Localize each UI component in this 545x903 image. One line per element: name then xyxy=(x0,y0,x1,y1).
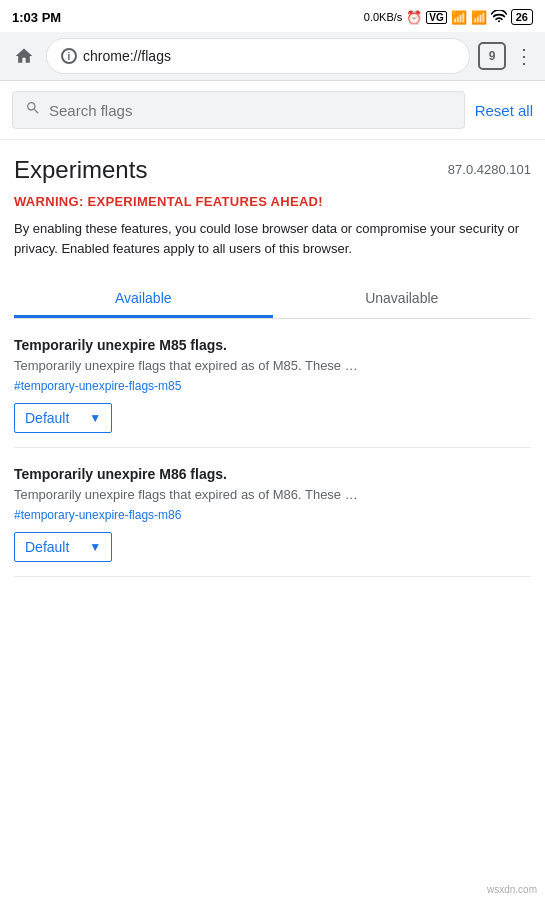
status-time: 1:03 PM xyxy=(12,10,61,25)
flag-item-m86: Temporarily unexpire M86 flags. Temporar… xyxy=(14,448,531,577)
status-right: 0.0KB/s ⏰ VG 📶 📶 26 xyxy=(364,9,533,25)
reset-all-button[interactable]: Reset all xyxy=(475,102,533,119)
watermark: wsxdn.com xyxy=(487,884,537,895)
signal-bars2-icon: 📶 xyxy=(471,10,487,25)
search-bar-area: Reset all xyxy=(0,81,545,140)
wifi-icon xyxy=(491,10,507,24)
experiments-title: Experiments xyxy=(14,156,147,184)
search-input[interactable] xyxy=(49,102,452,119)
flag-title-m86: Temporarily unexpire M86 flags. xyxy=(14,466,531,482)
tab-unavailable[interactable]: Unavailable xyxy=(273,278,532,318)
search-input-wrap[interactable] xyxy=(12,91,465,129)
flag-description-m86: Temporarily unexpire flags that expired … xyxy=(14,486,531,504)
flag-link-m86[interactable]: #temporary-unexpire-flags-m86 xyxy=(14,508,531,522)
flag-dropdown-arrow-m86: ▼ xyxy=(89,540,101,554)
flag-title-m85: Temporarily unexpire M85 flags. xyxy=(14,337,531,353)
svg-point-0 xyxy=(498,20,500,22)
tabs-container: Available Unavailable xyxy=(14,278,531,319)
battery-indicator: 26 xyxy=(511,9,533,25)
experiments-header: Experiments 87.0.4280.101 xyxy=(14,156,531,184)
search-icon xyxy=(25,100,41,120)
status-bar: 1:03 PM 0.0KB/s ⏰ VG 📶 📶 26 xyxy=(0,0,545,32)
flag-dropdown-value-m86: Default xyxy=(25,539,69,555)
flag-item-m85: Temporarily unexpire M85 flags. Temporar… xyxy=(14,319,531,448)
flag-link-m85[interactable]: #temporary-unexpire-flags-m85 xyxy=(14,379,531,393)
warning-text: WARNING: EXPERIMENTAL FEATURES AHEAD! xyxy=(14,194,531,209)
signal-icon: VG xyxy=(426,11,446,24)
main-content: Experiments 87.0.4280.101 WARNING: EXPER… xyxy=(0,140,545,577)
home-button[interactable] xyxy=(10,42,38,70)
address-bar[interactable]: i chrome://flags xyxy=(46,38,470,74)
flag-dropdown-m85[interactable]: Default ▼ xyxy=(14,403,112,433)
flag-description-m85: Temporarily unexpire flags that expired … xyxy=(14,357,531,375)
url-text: chrome://flags xyxy=(83,48,171,64)
flags-list: Temporarily unexpire M85 flags. Temporar… xyxy=(14,319,531,577)
flag-dropdown-arrow-m85: ▼ xyxy=(89,411,101,425)
network-speed: 0.0KB/s xyxy=(364,11,403,23)
version-text: 87.0.4280.101 xyxy=(448,162,531,177)
menu-button[interactable]: ⋮ xyxy=(514,44,535,68)
signal-bars-icon: 📶 xyxy=(451,10,467,25)
flag-dropdown-m86[interactable]: Default ▼ xyxy=(14,532,112,562)
info-icon: i xyxy=(61,48,77,64)
alarm-icon: ⏰ xyxy=(406,10,422,25)
description-text: By enabling these features, you could lo… xyxy=(14,219,531,258)
tab-count[interactable]: 9 xyxy=(478,42,506,70)
flag-dropdown-value-m85: Default xyxy=(25,410,69,426)
tab-available[interactable]: Available xyxy=(14,278,273,318)
browser-chrome: i chrome://flags 9 ⋮ xyxy=(0,32,545,81)
